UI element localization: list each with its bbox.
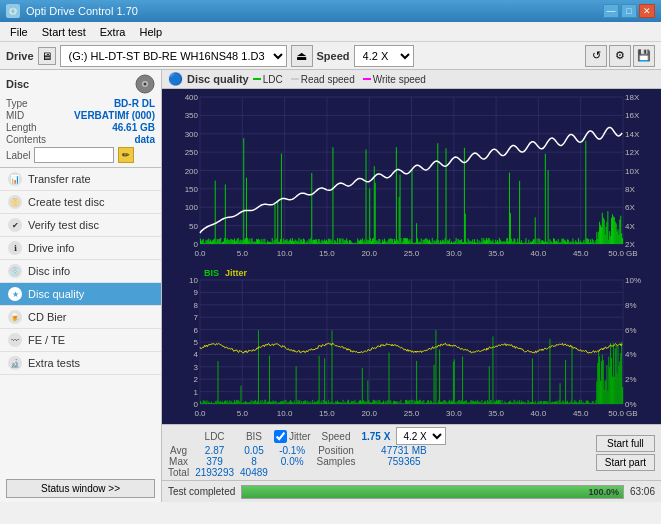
disc-panel-title: Disc (6, 78, 29, 90)
stats-col-jitter-check: Jitter (274, 427, 317, 445)
sidebar-item-disc-info[interactable]: 💿 Disc info (0, 260, 161, 283)
progress-track: 100.0% (241, 485, 624, 499)
disc-label-edit-button[interactable]: ✏ (118, 147, 134, 163)
maximize-button[interactable]: □ (621, 4, 637, 18)
speed-display: 1.75 X (361, 431, 390, 442)
drive-icon: 🖥 (38, 47, 56, 65)
sidebar-item-label: Verify test disc (28, 219, 99, 231)
total-ldc: 2193293 (195, 467, 240, 478)
jitter-checkbox[interactable] (274, 430, 287, 443)
disc-length-row: Length 46.61 GB (6, 122, 155, 133)
legend-read-speed: Read speed (291, 74, 355, 85)
transfer-rate-icon: 📊 (8, 172, 22, 186)
menu-help[interactable]: Help (133, 25, 168, 39)
avg-ldc: 2.87 (195, 445, 240, 456)
nav-items: 📊 Transfer rate 📀 Create test disc ✔ Ver… (0, 168, 161, 475)
menu-bar: File Start test Extra Help (0, 22, 661, 42)
sidebar: Disc Type BD-R DL MID VERBATIMf (000) Le… (0, 70, 162, 502)
disc-mid-label: MID (6, 110, 24, 121)
sidebar-item-label: Disc quality (28, 288, 84, 300)
start-full-button[interactable]: Start full (596, 435, 655, 452)
extra-tests-icon: 🔬 (8, 356, 22, 370)
disc-header: Disc (6, 74, 155, 94)
cd-bier-icon: 🍺 (8, 310, 22, 324)
stats-col-speed-label: Speed (317, 427, 362, 445)
stats-bar: LDC BIS Jitter Speed 1.75 X (162, 424, 661, 480)
disc-type-value: BD-R DL (114, 98, 155, 109)
read-speed-dot (291, 78, 299, 80)
drive-select[interactable]: (G:) HL-DT-ST BD-RE WH16NS48 1.D3 (60, 45, 287, 67)
disc-length-value: 46.61 GB (112, 122, 155, 133)
app-title: Opti Drive Control 1.70 (26, 5, 138, 17)
refresh-button[interactable]: ↺ (585, 45, 607, 67)
speed-select[interactable]: 4.2 X (354, 45, 414, 67)
config-button[interactable]: ⚙ (609, 45, 631, 67)
stats-table: LDC BIS Jitter Speed 1.75 X (168, 427, 588, 478)
samples-value: 759365 (361, 456, 452, 467)
title-bar: 💿 Opti Drive Control 1.70 — □ ✕ (0, 0, 661, 22)
chart-header: 🔵 Disc quality LDC Read speed Write spee… (162, 70, 661, 89)
disc-label-row: Label ✏ (6, 147, 155, 163)
disc-mid-value: VERBATIMf (000) (74, 110, 155, 121)
time-text: 63:06 (630, 486, 655, 497)
stats-col-bis: BIS (240, 427, 274, 445)
disc-icon (135, 74, 155, 94)
content-area: 🔵 Disc quality LDC Read speed Write spee… (162, 70, 661, 502)
stats-col-ldc: LDC (195, 427, 240, 445)
start-buttons: Start full Start part (596, 435, 655, 471)
max-ldc: 379 (195, 456, 240, 467)
disc-panel: Disc Type BD-R DL MID VERBATIMf (000) Le… (0, 70, 161, 168)
stats-col-speed-combo: 4.2 X (396, 427, 452, 445)
menu-file[interactable]: File (4, 25, 34, 39)
sidebar-item-label: FE / TE (28, 334, 65, 346)
start-part-button[interactable]: Start part (596, 454, 655, 471)
status-window-button[interactable]: Status window >> (6, 479, 155, 498)
floppy-button[interactable]: 💾 (633, 45, 655, 67)
disc-label-input[interactable] (34, 147, 114, 163)
write-speed-dot (363, 78, 371, 80)
ldc-dot (253, 78, 261, 80)
sidebar-item-extra-tests[interactable]: 🔬 Extra tests (0, 352, 161, 375)
stats-col-speed-value: 1.75 X (361, 427, 396, 445)
disc-quality-icon: ★ (8, 287, 22, 301)
toolbar-icons: ↺ ⚙ 💾 (585, 45, 655, 67)
total-bis: 40489 (240, 467, 274, 478)
disc-label-label: Label (6, 150, 30, 161)
fe-te-icon: 〰 (8, 333, 22, 347)
menu-extra[interactable]: Extra (94, 25, 132, 39)
disc-type-label: Type (6, 98, 28, 109)
menu-start-test[interactable]: Start test (36, 25, 92, 39)
max-label: Max (168, 456, 195, 467)
write-speed-label: Write speed (373, 74, 426, 85)
avg-label: Avg (168, 445, 195, 456)
eject-button[interactable]: ⏏ (291, 45, 313, 67)
progress-fill (242, 486, 623, 498)
sidebar-item-create-test-disc[interactable]: 📀 Create test disc (0, 191, 161, 214)
stats-col-empty (168, 427, 195, 445)
lower-chart-canvas (162, 264, 661, 424)
disc-info-icon: 💿 (8, 264, 22, 278)
sidebar-item-verify-test-disc[interactable]: ✔ Verify test disc (0, 214, 161, 237)
avg-jitter: -0.1% (274, 445, 317, 456)
max-jitter: 0.0% (274, 456, 317, 467)
disc-contents-row: Contents data (6, 134, 155, 145)
max-bis: 8 (240, 456, 274, 467)
speed-label: Speed (317, 50, 350, 62)
charts-wrapper (162, 89, 661, 424)
sidebar-item-label: Disc info (28, 265, 70, 277)
sidebar-item-fe-te[interactable]: 〰 FE / TE (0, 329, 161, 352)
close-button[interactable]: ✕ (639, 4, 655, 18)
drive-label: Drive (6, 50, 34, 62)
main-layout: Disc Type BD-R DL MID VERBATIMf (000) Le… (0, 70, 661, 502)
read-speed-label: Read speed (301, 74, 355, 85)
minimize-button[interactable]: — (603, 4, 619, 18)
speed-combo-select[interactable]: 4.2 X (396, 427, 446, 445)
sidebar-item-drive-info[interactable]: ℹ Drive info (0, 237, 161, 260)
sidebar-item-transfer-rate[interactable]: 📊 Transfer rate (0, 168, 161, 191)
samples-label: Samples (317, 456, 362, 467)
progress-bar-area: Test completed 100.0% 63:06 (162, 480, 661, 502)
sidebar-item-disc-quality[interactable]: ★ Disc quality (0, 283, 161, 306)
avg-bis: 0.05 (240, 445, 274, 456)
disc-contents-value: data (134, 134, 155, 145)
sidebar-item-cd-bier[interactable]: 🍺 CD Bier (0, 306, 161, 329)
